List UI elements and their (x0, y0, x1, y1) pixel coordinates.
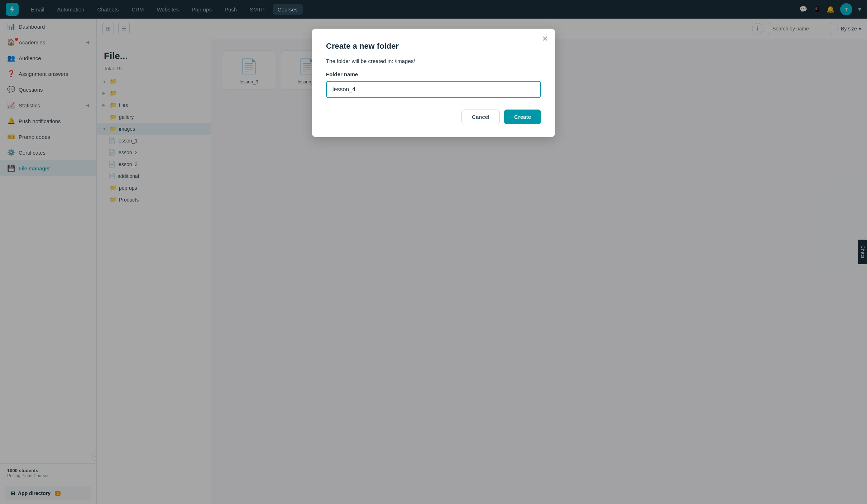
cancel-button[interactable]: Cancel (461, 110, 500, 124)
modal-path-prefix: The folder will be created in: (326, 58, 395, 64)
modal-backdrop[interactable]: ✕ Create a new folder The folder will be… (0, 0, 867, 504)
modal-close-button[interactable]: ✕ (542, 35, 548, 42)
folder-name-input[interactable] (326, 81, 541, 98)
modal-title: Create a new folder (326, 42, 541, 51)
modal-actions: Cancel Create (326, 110, 541, 124)
modal-path: The folder will be created in: /images/ (326, 58, 541, 64)
folder-name-label: Folder name (326, 71, 541, 77)
create-folder-modal: ✕ Create a new folder The folder will be… (312, 29, 555, 137)
create-button[interactable]: Create (504, 110, 541, 124)
modal-path-value: /images/ (395, 58, 415, 64)
